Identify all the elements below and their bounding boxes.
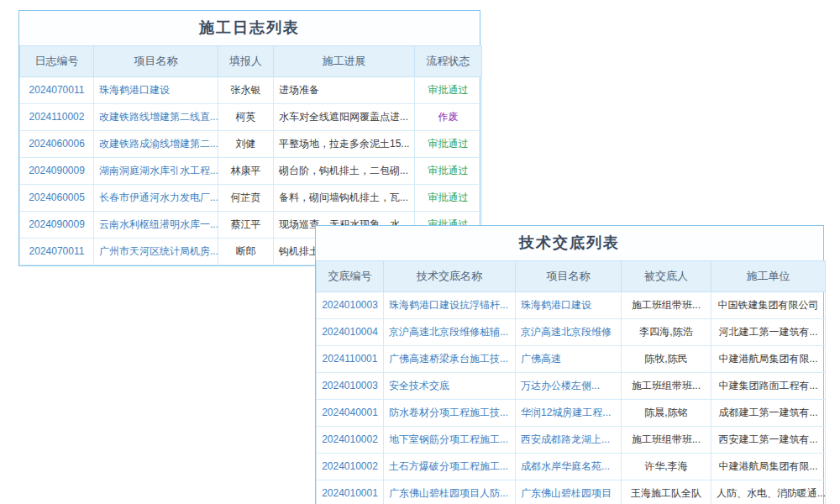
disclosure-name-link[interactable]: 京沪高速北京段维修桩辅... bbox=[384, 319, 516, 346]
col-header-construction-unit: 施工单位 bbox=[711, 261, 826, 292]
table-row: 2024060006改建铁路成渝线增建第二...刘健平整场地，拉走多余泥土15.… bbox=[20, 131, 482, 158]
col-header-log-id: 日志编号 bbox=[20, 46, 94, 77]
construction-unit-name: 西安建工第一建筑有... bbox=[711, 427, 826, 454]
project-name-link[interactable]: 西安成都路龙湖上... bbox=[516, 427, 622, 454]
filler-name: 刘健 bbox=[218, 131, 274, 158]
table-row: 2024010004京沪高速北京段维修桩辅...京沪高速北京段维修李四海,陈浩河… bbox=[317, 319, 826, 346]
construction-unit-name: 中建港航局集团有限... bbox=[711, 346, 826, 373]
table-header-row: 交底编号 技术交底名称 项目名称 被交底人 施工单位 bbox=[317, 261, 826, 292]
disclosure-id-link[interactable]: 2024010002 bbox=[317, 454, 384, 480]
status-badge: 审批通过 bbox=[415, 131, 482, 158]
project-name-link[interactable]: 湖南洞庭湖水库引水工程... bbox=[94, 158, 218, 185]
disclosure-id-link[interactable]: 2024040001 bbox=[317, 400, 384, 427]
progress-text: 平整场地，拉走多余泥土15... bbox=[274, 131, 415, 158]
disclosed-person-name: 陈晨,陈铭 bbox=[622, 400, 711, 427]
construction-unit-name: 中建港航局集团有限... bbox=[711, 454, 826, 480]
disclosed-person-name: 陈牧,陈民 bbox=[622, 346, 711, 373]
construction-unit-name: 中建集团路面工程有... bbox=[711, 373, 826, 400]
filler-name: 何芷贲 bbox=[218, 185, 274, 212]
progress-text: 进场准备 bbox=[274, 77, 415, 104]
disclosed-person-name: 王海施工队全队 bbox=[622, 480, 711, 504]
table-row: 2024040001防水卷材分项工程施工技...华润12城房建工程...陈晨,陈… bbox=[317, 400, 826, 427]
technical-disclosure-title: 技术交底列表 bbox=[316, 226, 823, 260]
col-header-disclosure-name: 技术交底名称 bbox=[384, 261, 516, 292]
project-name-link[interactable]: 京沪高速北京段维修 bbox=[516, 319, 622, 346]
status-badge: 审批通过 bbox=[415, 185, 482, 212]
progress-text: 砌台阶，钩机排土，二包砌... bbox=[274, 158, 415, 185]
col-header-disclosure-id: 交底编号 bbox=[317, 261, 384, 292]
log-id-link[interactable]: 2024060006 bbox=[20, 131, 94, 158]
project-name-link[interactable]: 长春市伊通河水力发电厂... bbox=[94, 185, 218, 212]
disclosed-person-name: 施工班组带班... bbox=[622, 427, 711, 454]
table-row: 2024010003安全技术交底万达办公楼左侧...施工班组带班...中建集团路… bbox=[317, 373, 826, 400]
construction-unit-name: 河北建工第一建筑有... bbox=[711, 319, 826, 346]
log-id-link[interactable]: 2024070011 bbox=[20, 239, 94, 265]
technical-disclosure-panel: 技术交底列表 交底编号 技术交底名称 项目名称 被交底人 施工单位 202401… bbox=[315, 225, 824, 504]
table-row: 2024110001广佛高速桥梁承台施工技...广佛高速陈牧,陈民中建港航局集团… bbox=[317, 346, 826, 373]
construction-unit-name: 成都建工第一建筑有... bbox=[711, 400, 826, 427]
project-name-link[interactable]: 广东佛山碧桂园项目 bbox=[516, 480, 622, 504]
status-badge: 审批通过 bbox=[415, 77, 482, 104]
disclosure-id-link[interactable]: 2024010003 bbox=[317, 292, 384, 319]
filler-name: 柯英 bbox=[218, 104, 274, 131]
filler-name: 张永银 bbox=[218, 77, 274, 104]
progress-text: 水车对全线遮阳网覆盖点进... bbox=[274, 104, 415, 131]
col-header-filler: 填报人 bbox=[218, 46, 274, 77]
disclosure-id-link[interactable]: 2024010003 bbox=[317, 373, 384, 400]
project-name-link[interactable]: 改建铁路成渝线增建第二... bbox=[94, 131, 218, 158]
col-header-project-name: 项目名称 bbox=[94, 46, 218, 77]
disclosure-name-link[interactable]: 广佛高速桥梁承台施工技... bbox=[384, 346, 516, 373]
disclosure-name-link[interactable]: 防水卷材分项工程施工技... bbox=[384, 400, 516, 427]
construction-unit-name: 中国铁建集团有限公司 bbox=[711, 292, 826, 319]
log-id-link[interactable]: 2024060005 bbox=[20, 185, 94, 212]
project-name-link[interactable]: 广州市天河区统计局机房... bbox=[94, 239, 218, 265]
project-name-link[interactable]: 珠海鹤港口建设 bbox=[94, 77, 218, 104]
table-row: 2024070011珠海鹤港口建设张永银进场准备审批通过 bbox=[20, 77, 482, 104]
table-row: 2024110002改建铁路线增建第二线直...柯英水车对全线遮阳网覆盖点进..… bbox=[20, 104, 482, 131]
disclosure-id-link[interactable]: 2024010004 bbox=[317, 319, 384, 346]
project-name-link[interactable]: 成都水岸华庭名苑... bbox=[516, 454, 622, 480]
table-row: 2024010003珠海鹤港口建设抗浮锚杆...珠海鹤港口建设施工班组带班...… bbox=[317, 292, 826, 319]
col-header-status: 流程状态 bbox=[415, 46, 482, 77]
disclosure-name-link[interactable]: 广东佛山碧桂园项目人防... bbox=[384, 480, 516, 504]
table-row: 2024010001广东佛山碧桂园项目人防...广东佛山碧桂园项目王海施工队全队… bbox=[317, 480, 826, 504]
disclosure-name-link[interactable]: 地下室钢筋分项工程施工... bbox=[384, 427, 516, 454]
project-name-link[interactable]: 云南水利枢纽潜明水库一... bbox=[94, 212, 218, 239]
construction-unit-name: 人防、水电、消防暖通... bbox=[711, 480, 826, 504]
project-name-link[interactable]: 华润12城房建工程... bbox=[516, 400, 622, 427]
col-header-disclosed-person: 被交底人 bbox=[622, 261, 711, 292]
project-name-link[interactable]: 广佛高速 bbox=[516, 346, 622, 373]
disclosure-id-link[interactable]: 2024010001 bbox=[317, 480, 384, 504]
project-name-link[interactable]: 万达办公楼左侧... bbox=[516, 373, 622, 400]
disclosed-person-name: 施工班组带班... bbox=[622, 292, 711, 319]
table-row: 2024060005长春市伊通河水力发电厂...何芷贲备料，砌间墙钩机排土，瓦.… bbox=[20, 185, 482, 212]
table-header-row: 日志编号 项目名称 填报人 施工进展 流程状态 bbox=[20, 46, 482, 77]
filler-name: 断郎 bbox=[218, 239, 274, 265]
project-name-link[interactable]: 珠海鹤港口建设 bbox=[516, 292, 622, 319]
technical-disclosure-table: 交底编号 技术交底名称 项目名称 被交底人 施工单位 2024010003珠海鹤… bbox=[316, 260, 826, 504]
filler-name: 林康平 bbox=[218, 158, 274, 185]
status-badge: 作废 bbox=[415, 104, 482, 131]
table-row: 2024010002土石方爆破分项工程施工...成都水岸华庭名苑...许华,李海… bbox=[317, 454, 826, 480]
disclosed-person-name: 许华,李海 bbox=[622, 454, 711, 480]
col-header-project-name: 项目名称 bbox=[516, 261, 622, 292]
disclosed-person-name: 李四海,陈浩 bbox=[622, 319, 711, 346]
construction-log-title: 施工日志列表 bbox=[19, 11, 480, 45]
project-name-link[interactable]: 改建铁路线增建第二线直... bbox=[94, 104, 218, 131]
progress-text: 备料，砌间墙钩机排土，瓦... bbox=[274, 185, 415, 212]
status-badge: 审批通过 bbox=[415, 158, 482, 185]
disclosure-name-link[interactable]: 珠海鹤港口建设抗浮锚杆... bbox=[384, 292, 516, 319]
disclosure-name-link[interactable]: 安全技术交底 bbox=[384, 373, 516, 400]
disclosure-id-link[interactable]: 2024010002 bbox=[317, 427, 384, 454]
log-id-link[interactable]: 2024090009 bbox=[20, 212, 94, 239]
disclosed-person-name: 施工班组带班... bbox=[622, 373, 711, 400]
disclosure-name-link[interactable]: 土石方爆破分项工程施工... bbox=[384, 454, 516, 480]
log-id-link[interactable]: 2024110002 bbox=[20, 104, 94, 131]
log-id-link[interactable]: 2024070011 bbox=[20, 77, 94, 104]
disclosure-id-link[interactable]: 2024110001 bbox=[317, 346, 384, 373]
filler-name: 蔡江平 bbox=[218, 212, 274, 239]
table-row: 2024090009湖南洞庭湖水库引水工程...林康平砌台阶，钩机排土，二包砌.… bbox=[20, 158, 482, 185]
table-row: 2024010002地下室钢筋分项工程施工...西安成都路龙湖上...施工班组带… bbox=[317, 427, 826, 454]
log-id-link[interactable]: 2024090009 bbox=[20, 158, 94, 185]
col-header-progress: 施工进展 bbox=[274, 46, 415, 77]
